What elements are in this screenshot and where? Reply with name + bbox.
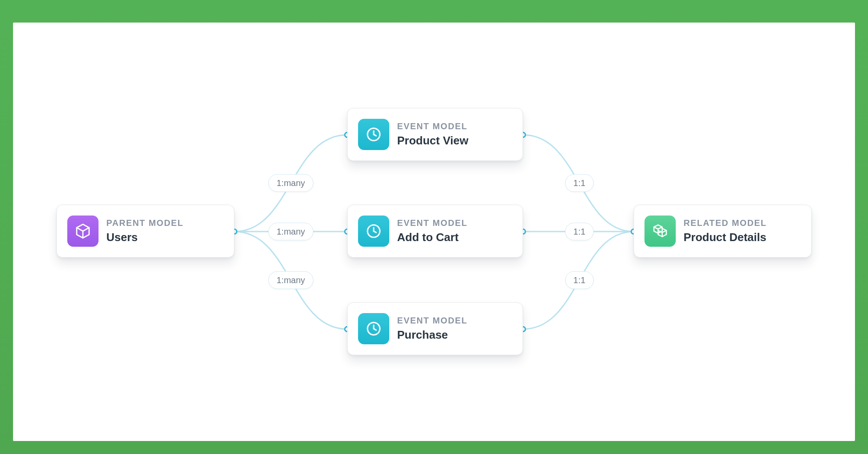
clock-icon [358,216,389,247]
event-model-node[interactable]: EVENT MODEL Product View [347,108,523,161]
parent-model-node[interactable]: PARENT MODEL Users [56,205,234,258]
stacked-cubes-icon [644,216,676,247]
cube-icon [67,216,99,247]
related-model-node[interactable]: RELATED MODEL Product Details [634,205,812,258]
node-title: Purchase [397,328,467,342]
node-eyebrow: RELATED MODEL [684,218,767,229]
relation-chip: 1:many [268,174,313,192]
relation-chip: 1:1 [565,223,594,241]
clock-icon [358,313,389,344]
relation-chip: 1:1 [565,271,594,289]
event-model-node[interactable]: EVENT MODEL Purchase [347,302,523,355]
node-eyebrow: EVENT MODEL [397,121,468,132]
relation-chip: 1:many [268,223,313,241]
node-title: Add to Cart [397,230,467,245]
node-eyebrow: PARENT MODEL [106,218,184,229]
diagram-canvas: 1:many 1:many 1:many 1:1 1:1 1:1 PARENT … [13,23,855,441]
node-title: Product Details [684,230,767,245]
node-title: Users [106,230,184,245]
node-eyebrow: EVENT MODEL [397,218,467,229]
node-title: Product View [397,134,468,148]
event-model-node[interactable]: EVENT MODEL Add to Cart [347,205,523,258]
relation-chip: 1:1 [565,174,594,192]
node-eyebrow: EVENT MODEL [397,315,467,326]
clock-icon [358,119,389,150]
relation-chip: 1:many [268,271,313,289]
